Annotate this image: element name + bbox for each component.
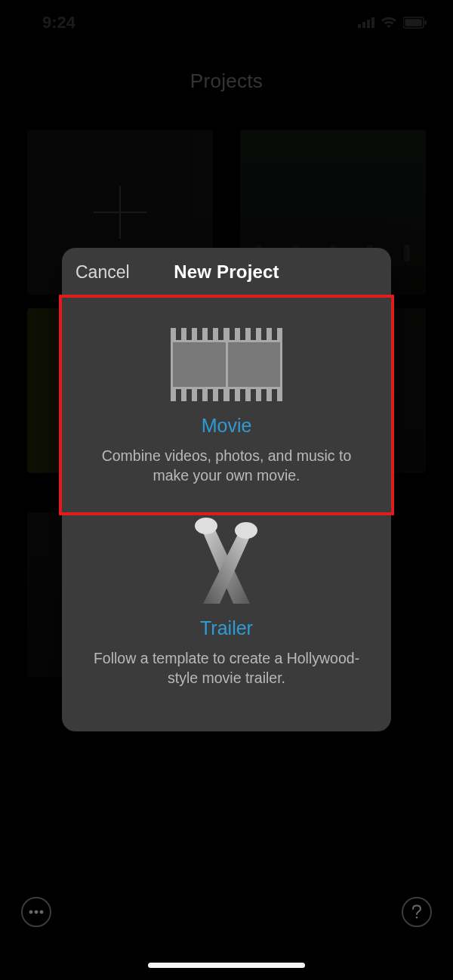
svg-rect-1 [362,22,365,28]
question-icon [411,904,422,920]
svg-rect-5 [405,19,421,26]
status-bar: 9:24 [0,0,453,45]
option-movie-desc: Combine videos, photos, and music to mak… [80,446,373,486]
plus-icon [94,186,146,239]
option-trailer-title: Trailer [80,617,373,639]
option-trailer-desc: Follow a template to create a Hollywood-… [80,648,373,688]
bottom-toolbar [0,889,453,935]
svg-point-8 [35,910,38,914]
svg-point-10 [416,917,418,919]
ellipsis-icon [29,910,44,914]
svg-rect-6 [425,20,427,25]
wifi-icon [381,17,397,29]
option-movie-title: Movie [80,415,373,437]
spotlights-icon [80,515,373,604]
cellular-icon [358,17,374,28]
svg-rect-0 [358,24,361,28]
new-project-sheet: Cancel New Project Movie Combine videos,… [62,248,391,731]
help-button[interactable] [402,897,432,927]
home-indicator [148,963,305,968]
svg-point-9 [40,910,43,914]
filmstrip-icon [80,328,373,401]
option-trailer[interactable]: Trailer Follow a template to create a Ho… [62,501,391,703]
sheet-title: New Project [174,261,279,283]
battery-icon [403,17,427,29]
page-title: Projects [0,70,453,93]
sheet-header: Cancel New Project [62,248,391,296]
svg-point-14 [235,522,257,539]
svg-rect-3 [371,17,374,28]
status-right [358,17,427,29]
svg-point-13 [195,518,217,534]
svg-rect-2 [367,20,370,28]
svg-point-7 [29,910,32,914]
status-time: 9:24 [42,13,76,32]
more-button[interactable] [21,897,51,927]
cancel-button[interactable]: Cancel [76,248,130,296]
option-movie[interactable]: Movie Combine videos, photos, and music … [62,296,391,501]
